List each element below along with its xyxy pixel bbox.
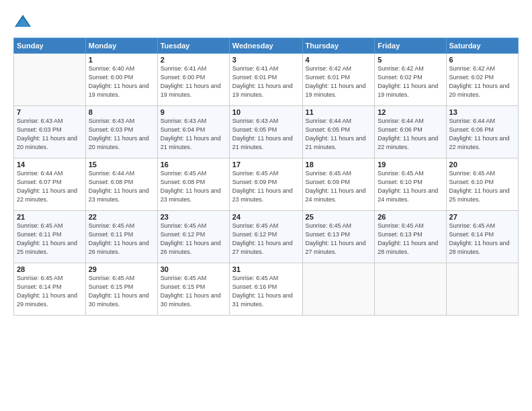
calendar-cell: 13Sunrise: 6:44 AM Sunset: 6:06 PM Dayli… [446, 106, 518, 158]
day-info: Sunrise: 6:43 AM Sunset: 6:05 PM Dayligh… [232, 117, 300, 152]
calendar-cell: 10Sunrise: 6:43 AM Sunset: 6:05 PM Dayli… [229, 106, 302, 158]
day-info: Sunrise: 6:45 AM Sunset: 6:10 PM Dayligh… [378, 169, 443, 204]
calendar-cell: 2Sunrise: 6:41 AM Sunset: 6:00 PM Daylig… [157, 54, 229, 106]
day-number: 31 [232, 265, 300, 273]
day-number: 7 [17, 108, 83, 116]
day-info: Sunrise: 6:45 AM Sunset: 6:12 PM Dayligh… [232, 222, 300, 257]
calendar-header-thursday: Thursday [302, 38, 375, 54]
calendar-header-friday: Friday [375, 38, 446, 54]
day-info: Sunrise: 6:44 AM Sunset: 6:07 PM Dayligh… [17, 169, 83, 204]
day-info: Sunrise: 6:45 AM Sunset: 6:09 PM Dayligh… [306, 169, 372, 204]
calendar-cell: 16Sunrise: 6:45 AM Sunset: 6:08 PM Dayli… [157, 158, 229, 211]
day-info: Sunrise: 6:45 AM Sunset: 6:13 PM Dayligh… [306, 222, 372, 257]
day-number: 22 [89, 213, 154, 221]
day-number: 5 [378, 56, 443, 64]
day-number: 24 [232, 213, 300, 221]
calendar-cell: 22Sunrise: 6:45 AM Sunset: 6:11 PM Dayli… [85, 211, 157, 263]
calendar-cell: 26Sunrise: 6:45 AM Sunset: 6:13 PM Dayli… [375, 211, 446, 263]
day-info: Sunrise: 6:45 AM Sunset: 6:09 PM Dayligh… [232, 169, 300, 204]
day-info: Sunrise: 6:45 AM Sunset: 6:14 PM Dayligh… [17, 274, 83, 309]
day-number: 15 [89, 161, 154, 169]
calendar-cell [302, 263, 375, 316]
day-info: Sunrise: 6:45 AM Sunset: 6:11 PM Dayligh… [17, 222, 83, 257]
day-info: Sunrise: 6:44 AM Sunset: 6:08 PM Dayligh… [89, 169, 154, 204]
calendar-cell: 19Sunrise: 6:45 AM Sunset: 6:10 PM Dayli… [375, 158, 446, 211]
calendar-cell: 1Sunrise: 6:40 AM Sunset: 6:00 PM Daylig… [85, 54, 157, 106]
calendar-cell: 5Sunrise: 6:42 AM Sunset: 6:02 PM Daylig… [375, 54, 446, 106]
calendar-cell: 12Sunrise: 6:44 AM Sunset: 6:06 PM Dayli… [375, 106, 446, 158]
calendar-week-row: 1Sunrise: 6:40 AM Sunset: 6:00 PM Daylig… [14, 54, 519, 106]
calendar-cell: 28Sunrise: 6:45 AM Sunset: 6:14 PM Dayli… [14, 263, 86, 316]
calendar-cell [14, 54, 86, 106]
day-info: Sunrise: 6:45 AM Sunset: 6:11 PM Dayligh… [89, 222, 154, 257]
calendar-header-monday: Monday [85, 38, 157, 54]
day-number: 27 [449, 213, 515, 221]
logo-icon [13, 12, 32, 31]
day-number: 14 [17, 161, 83, 169]
day-info: Sunrise: 6:44 AM Sunset: 6:05 PM Dayligh… [306, 117, 372, 152]
day-info: Sunrise: 6:45 AM Sunset: 6:12 PM Dayligh… [161, 222, 226, 257]
day-number: 26 [378, 213, 443, 221]
day-info: Sunrise: 6:45 AM Sunset: 6:15 PM Dayligh… [89, 274, 154, 309]
calendar-header-row: SundayMondayTuesdayWednesdayThursdayFrid… [14, 38, 519, 54]
day-info: Sunrise: 6:45 AM Sunset: 6:16 PM Dayligh… [232, 274, 300, 309]
day-info: Sunrise: 6:42 AM Sunset: 6:01 PM Dayligh… [306, 64, 372, 99]
day-number: 4 [306, 56, 372, 64]
day-number: 11 [306, 108, 372, 116]
day-info: Sunrise: 6:42 AM Sunset: 6:02 PM Dayligh… [378, 64, 443, 99]
page: SundayMondayTuesdayWednesdayThursdayFrid… [0, 0, 532, 411]
logo [13, 12, 36, 31]
calendar-header-sunday: Sunday [14, 38, 86, 54]
day-number: 6 [449, 56, 515, 64]
calendar-cell: 27Sunrise: 6:45 AM Sunset: 6:14 PM Dayli… [446, 211, 518, 263]
day-number: 17 [232, 161, 300, 169]
calendar-cell: 21Sunrise: 6:45 AM Sunset: 6:11 PM Dayli… [14, 211, 86, 263]
calendar-cell: 11Sunrise: 6:44 AM Sunset: 6:05 PM Dayli… [302, 106, 375, 158]
day-info: Sunrise: 6:43 AM Sunset: 6:03 PM Dayligh… [89, 117, 154, 152]
calendar-header-wednesday: Wednesday [229, 38, 302, 54]
calendar-week-row: 21Sunrise: 6:45 AM Sunset: 6:11 PM Dayli… [14, 211, 519, 263]
calendar-week-row: 7Sunrise: 6:43 AM Sunset: 6:03 PM Daylig… [14, 106, 519, 158]
day-number: 16 [161, 161, 226, 169]
calendar-cell: 30Sunrise: 6:45 AM Sunset: 6:15 PM Dayli… [157, 263, 229, 316]
day-info: Sunrise: 6:45 AM Sunset: 6:13 PM Dayligh… [378, 222, 443, 257]
day-number: 2 [161, 56, 226, 64]
day-number: 20 [449, 161, 515, 169]
calendar-cell: 7Sunrise: 6:43 AM Sunset: 6:03 PM Daylig… [14, 106, 86, 158]
day-info: Sunrise: 6:41 AM Sunset: 6:00 PM Dayligh… [161, 64, 226, 99]
calendar-cell: 8Sunrise: 6:43 AM Sunset: 6:03 PM Daylig… [85, 106, 157, 158]
day-number: 19 [378, 161, 443, 169]
calendar-cell: 6Sunrise: 6:42 AM Sunset: 6:02 PM Daylig… [446, 54, 518, 106]
day-info: Sunrise: 6:40 AM Sunset: 6:00 PM Dayligh… [89, 64, 154, 99]
day-number: 9 [161, 108, 226, 116]
day-number: 25 [306, 213, 372, 221]
calendar-cell: 23Sunrise: 6:45 AM Sunset: 6:12 PM Dayli… [157, 211, 229, 263]
day-info: Sunrise: 6:44 AM Sunset: 6:06 PM Dayligh… [449, 117, 515, 152]
calendar-week-row: 14Sunrise: 6:44 AM Sunset: 6:07 PM Dayli… [14, 158, 519, 211]
day-number: 29 [89, 265, 154, 273]
calendar-cell: 24Sunrise: 6:45 AM Sunset: 6:12 PM Dayli… [229, 211, 302, 263]
day-number: 10 [232, 108, 300, 116]
calendar-cell: 29Sunrise: 6:45 AM Sunset: 6:15 PM Dayli… [85, 263, 157, 316]
day-info: Sunrise: 6:45 AM Sunset: 6:08 PM Dayligh… [161, 169, 226, 204]
calendar-cell [375, 263, 446, 316]
day-info: Sunrise: 6:45 AM Sunset: 6:14 PM Dayligh… [449, 222, 515, 257]
day-info: Sunrise: 6:43 AM Sunset: 6:04 PM Dayligh… [161, 117, 226, 152]
calendar-cell: 20Sunrise: 6:45 AM Sunset: 6:10 PM Dayli… [446, 158, 518, 211]
day-info: Sunrise: 6:44 AM Sunset: 6:06 PM Dayligh… [378, 117, 443, 152]
day-info: Sunrise: 6:42 AM Sunset: 6:02 PM Dayligh… [449, 64, 515, 99]
calendar-cell: 18Sunrise: 6:45 AM Sunset: 6:09 PM Dayli… [302, 158, 375, 211]
day-number: 30 [161, 265, 226, 273]
day-info: Sunrise: 6:41 AM Sunset: 6:01 PM Dayligh… [232, 64, 300, 99]
calendar-cell: 25Sunrise: 6:45 AM Sunset: 6:13 PM Dayli… [302, 211, 375, 263]
calendar-cell: 9Sunrise: 6:43 AM Sunset: 6:04 PM Daylig… [157, 106, 229, 158]
calendar-header-tuesday: Tuesday [157, 38, 229, 54]
calendar-week-row: 28Sunrise: 6:45 AM Sunset: 6:14 PM Dayli… [14, 263, 519, 316]
calendar-cell: 4Sunrise: 6:42 AM Sunset: 6:01 PM Daylig… [302, 54, 375, 106]
calendar-cell: 15Sunrise: 6:44 AM Sunset: 6:08 PM Dayli… [85, 158, 157, 211]
day-number: 28 [17, 265, 83, 273]
day-number: 21 [17, 213, 83, 221]
day-info: Sunrise: 6:45 AM Sunset: 6:15 PM Dayligh… [161, 274, 226, 309]
calendar-cell [446, 263, 518, 316]
header [13, 12, 519, 31]
